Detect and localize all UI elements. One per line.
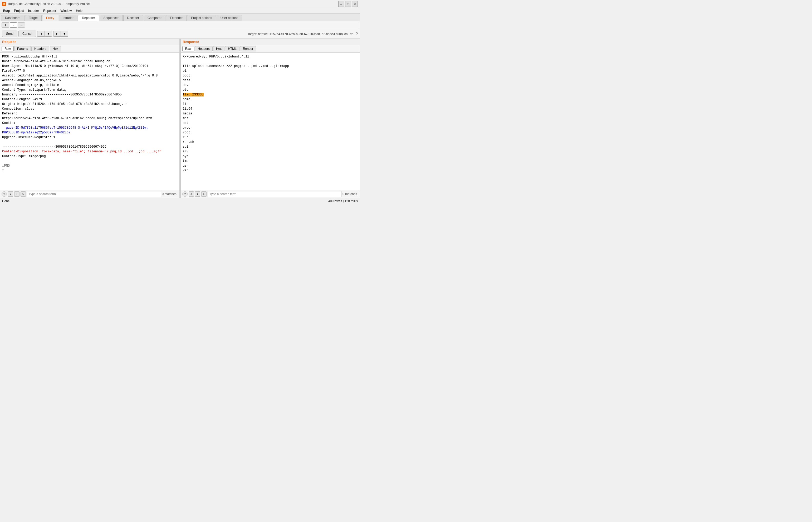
tab-intruder[interactable]: Intruder [59, 15, 78, 21]
resp-data: data [183, 78, 358, 83]
tab-decoder[interactable]: Decoder [123, 15, 143, 21]
repeater-tab-more[interactable]: ... [18, 22, 25, 28]
resp-boot: boot [183, 73, 358, 78]
req-line-11: Origin: http://e3115264-c17d-4fc5-a9a8-6… [2, 102, 177, 106]
response-tab-hex[interactable]: Hex [213, 46, 225, 52]
menu-window[interactable]: Window [58, 8, 74, 13]
req-line-15: Cookie: [2, 121, 177, 125]
req-png-1: □PNG [2, 163, 177, 168]
request-scroll[interactable]: POST /uplloadddd.php HTTP/1.1 Host: e311… [0, 53, 180, 190]
repeater-tab-bar: 1 2 ... [0, 21, 360, 29]
resp-upload-success: file upload success<br />2.png;cd ..;cd … [183, 64, 358, 68]
target-label-text: Target: [247, 32, 257, 36]
window-title: Burp Suite Community Edition v2.1.04 - T… [8, 2, 90, 6]
response-search-input[interactable] [208, 191, 342, 197]
request-tab-headers[interactable]: Headers [32, 46, 49, 52]
resp-var: var [183, 168, 358, 173]
title-bar: B Burp Suite Community Edition v2.1.04 -… [0, 0, 360, 8]
req-line-9: boundary=---------------------------3609… [2, 92, 177, 97]
menu-repeater[interactable]: Repeater [41, 8, 58, 13]
resp-home: home [183, 97, 358, 102]
resp-opt: opt [183, 121, 358, 125]
resp-tmp: tmp [183, 159, 358, 163]
nav-forward-group: ► ▼ [53, 31, 68, 37]
request-search-input[interactable] [27, 191, 161, 197]
status-bar: Done 409 bytes | 128 millis [0, 198, 360, 202]
maximize-button[interactable]: □ [345, 1, 351, 7]
menu-help[interactable]: Help [74, 8, 85, 13]
resp-bin: bin [183, 68, 358, 73]
resp-blank [183, 59, 358, 64]
response-search-help[interactable]: ? [182, 192, 188, 197]
response-tab-html[interactable]: HTML [225, 46, 240, 52]
nav-forward-button[interactable]: ► [53, 31, 61, 37]
resp-proc: proc [183, 125, 358, 130]
tab-project-options[interactable]: Project options [187, 15, 216, 21]
toolbar: Send Cancel ◄ ▼ ► ▼ Target: http://e3115… [0, 29, 360, 39]
response-panel: Response Raw Headers Hex HTML Render X-P… [181, 39, 360, 198]
menu-project[interactable]: Project [12, 8, 26, 13]
main-tab-bar: Dashboard Target Proxy Intruder Repeater… [0, 14, 360, 21]
req-line-2: Host: e3115264-c17d-4fc5-a9a8-6781b0a381… [2, 59, 177, 64]
tab-extender[interactable]: Extender [166, 15, 187, 21]
resp-dev: dev [183, 83, 358, 87]
request-tab-params[interactable]: Params [14, 46, 31, 52]
repeater-tab-1[interactable]: 1 [2, 22, 9, 28]
tab-dashboard[interactable]: Dashboard [1, 15, 24, 21]
menu-bar: Burp Project Intruder Repeater Window He… [0, 8, 360, 14]
repeater-tab-2[interactable]: 2 [10, 22, 17, 28]
cancel-button[interactable]: Cancel [18, 31, 36, 37]
request-search-help[interactable]: ? [2, 192, 7, 197]
resp-lib64: lib64 [183, 106, 358, 111]
response-panel-header: Response [181, 39, 360, 45]
nav-back-button[interactable]: ◄ [37, 31, 44, 37]
target-section: Target: http://e3115264-c17d-4fc5-a9a8-6… [247, 32, 358, 36]
req-line-17: Upgrade-Insecure-Requests: 1 [2, 135, 177, 140]
response-tab-headers[interactable]: Headers [195, 46, 213, 52]
request-search-next[interactable]: > [21, 192, 26, 197]
response-tab-raw[interactable]: Raw [182, 46, 194, 52]
close-button[interactable]: ✕ [352, 1, 358, 7]
tab-repeater[interactable]: Repeater [78, 15, 99, 21]
request-tab-hex[interactable]: Hex [50, 46, 61, 52]
req-boundary: ----------------------------360953786614… [2, 144, 177, 149]
tab-user-options[interactable]: User options [216, 15, 242, 21]
resp-sys: sys [183, 154, 358, 159]
resp-usr: usr [183, 163, 358, 168]
response-scroll[interactable]: X-Powered-By: PHP/5.5.9-1ubuntu4.11 file… [181, 53, 360, 190]
request-search-next-add[interactable]: + [14, 192, 20, 197]
status-right: 409 bytes | 128 millis [328, 199, 358, 203]
flag-highlight: flag_233333 [183, 93, 204, 97]
nav-back-dropdown[interactable]: ▼ [44, 31, 52, 37]
target-url: http://e3115264-c17d-4fc5-a9a8-6781b0a38… [258, 32, 348, 36]
response-search-prev[interactable]: < [189, 192, 194, 197]
menu-intruder[interactable]: Intruder [26, 8, 41, 13]
response-sub-tabs: Raw Headers Hex HTML Render [181, 45, 360, 53]
req-line-4: Firefox/77.0 [2, 68, 177, 73]
tab-comparer[interactable]: Comparer [144, 15, 165, 21]
tab-sequencer[interactable]: Sequencer [100, 15, 123, 21]
req-line-13: Referer: [2, 111, 177, 116]
nav-forward-dropdown[interactable]: ▼ [61, 31, 68, 37]
help-target-icon[interactable]: ? [356, 32, 358, 36]
resp-etc: etc [183, 87, 358, 92]
menu-burp[interactable]: Burp [1, 8, 12, 13]
tab-proxy[interactable]: Proxy [42, 15, 58, 21]
req-line-1: POST /uplloadddd.php HTTP/1.1 [2, 54, 177, 59]
send-button[interactable]: Send [2, 31, 17, 37]
response-search-next-add[interactable]: + [195, 192, 200, 197]
request-tab-raw[interactable]: Raw [2, 46, 14, 52]
request-content-area: POST /uplloadddd.php HTTP/1.1 Host: e311… [0, 53, 180, 190]
req-png-2: □ [2, 168, 177, 173]
response-search-next[interactable]: > [201, 192, 207, 197]
minimize-button[interactable]: – [338, 1, 344, 7]
req-blank-2 [2, 159, 177, 163]
response-tab-render[interactable]: Render [240, 46, 256, 52]
response-search-matches: 0 matches [342, 192, 358, 196]
resp-run: run [183, 135, 358, 140]
req-line-7: Accept-Encoding: gzip, deflate [2, 83, 177, 87]
edit-target-icon[interactable]: ✏ [350, 32, 353, 36]
tab-target[interactable]: Target [25, 15, 42, 21]
main-content: Request Raw Params Headers Hex POST /upl… [0, 39, 360, 198]
request-search-prev[interactable]: < [8, 192, 13, 197]
